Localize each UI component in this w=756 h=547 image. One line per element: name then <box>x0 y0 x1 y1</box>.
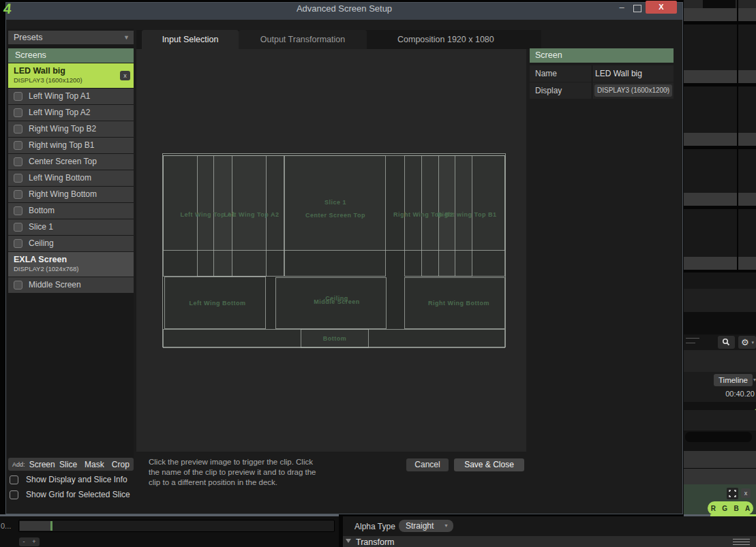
display-row: Display DISPLAY3 (1600x1200) ▼ <box>530 82 674 99</box>
option-label: Show Grid for Selected Slice <box>26 490 130 499</box>
slice-name-label: Left Wing Top A2 <box>224 211 279 218</box>
cancel-button[interactable]: Cancel <box>406 458 449 471</box>
slice-row[interactable]: Slice 1 <box>8 219 134 235</box>
clip-progress-track[interactable] <box>685 432 752 442</box>
deck-band <box>684 410 756 431</box>
slice-checkbox[interactable] <box>14 141 22 150</box>
app-root: ⚙ ▾ Timeline ▾ 00:40.20 x RGBA 4 Advance… <box>0 0 756 547</box>
clip-row-header <box>684 193 756 209</box>
clip-row-header <box>684 70 756 87</box>
slice-checkbox[interactable] <box>14 223 22 232</box>
instructions-text: Click the preview image to trigger the c… <box>149 457 324 488</box>
transform-section-header[interactable] <box>343 536 756 547</box>
add-crop-button[interactable]: Crop <box>108 460 134 469</box>
channel-g-toggle[interactable]: G <box>722 505 727 512</box>
slice-row-label: Middle Screen <box>29 277 81 293</box>
minimize-button[interactable]: – <box>616 2 628 14</box>
maximize-button[interactable] <box>633 5 641 12</box>
screen-display: DISPLAY3 (1600x1200) <box>14 76 82 84</box>
add-slice-button[interactable]: Slice <box>55 460 81 469</box>
divider <box>592 82 592 99</box>
search-button[interactable] <box>718 336 735 349</box>
clip-text-fragment <box>686 343 695 343</box>
screen-row[interactable]: LED Wall bigDISPLAY3 (1600x1200)x <box>8 63 134 88</box>
collapse-triangle-icon[interactable] <box>346 539 351 543</box>
slice-row-label: Center Screen Top <box>29 154 97 170</box>
slice-row[interactable]: Left Wing Top A2 <box>8 105 134 121</box>
option-label: Show Display and Slice Info <box>26 475 127 484</box>
clip-close-button[interactable]: x <box>741 488 751 498</box>
slice-checkbox[interactable] <box>14 239 22 248</box>
name-value[interactable]: LED Wall big <box>595 69 642 78</box>
screens-header: Screens <box>8 48 134 63</box>
slice-checkbox[interactable] <box>14 92 22 101</box>
clip-row-header <box>684 133 756 149</box>
slice-row[interactable]: Left Wing Bottom <box>8 170 134 186</box>
slice-row[interactable]: Ceiling <box>8 236 134 251</box>
slice-preview-canvas[interactable]: Left Wing Top A1Left Wing Top A2Slice 1C… <box>162 153 506 347</box>
add-toolbar: Add: ScreenSliceMaskCrop <box>8 458 134 471</box>
close-button[interactable]: X <box>646 1 677 14</box>
option-checkbox[interactable] <box>10 475 18 484</box>
screen-row[interactable]: EXLA ScreenDISPLAY2 (1024x768) <box>8 252 134 277</box>
deck-settings-button[interactable]: ⚙ ▾ <box>738 336 756 349</box>
add-screen-button[interactable]: Screen <box>29 460 55 469</box>
slice-checkbox[interactable] <box>14 108 22 117</box>
slice-checkbox[interactable] <box>14 190 22 199</box>
chevron-down-icon: ▼ <box>664 84 669 97</box>
clip-text-fragment <box>686 338 699 339</box>
menu-icon[interactable] <box>733 539 750 547</box>
slice-checkbox[interactable] <box>14 206 22 215</box>
slice-row[interactable]: Center Screen Top <box>8 154 134 170</box>
slice-row[interactable]: Left Wing Top A1 <box>8 89 134 104</box>
clip-grid-divider <box>737 0 738 272</box>
slice-checkbox[interactable] <box>14 157 22 166</box>
search-icon <box>718 336 735 349</box>
slice-row[interactable]: Middle Screen <box>8 277 134 293</box>
stepper-buttons[interactable]: - + <box>19 537 40 546</box>
chevron-down-icon: ▼ <box>444 520 449 532</box>
slider-handle[interactable] <box>50 521 52 531</box>
slice-checkbox[interactable] <box>14 125 22 134</box>
parameter-slider[interactable] <box>18 520 335 532</box>
presets-dropdown[interactable]: Presets ▼ <box>8 31 134 44</box>
slice-name-label: Center Screen Top <box>305 212 365 219</box>
add-mask-button[interactable]: Mask <box>81 460 107 469</box>
option-checkbox[interactable] <box>10 490 18 499</box>
slice-row-label: Right Wing Top B2 <box>29 121 96 137</box>
alpha-type-dropdown[interactable]: Straight ▼ <box>399 520 453 532</box>
display-value: DISPLAY3 (1600x1200) <box>597 87 669 94</box>
name-label: Name <box>535 69 557 78</box>
chevron-down-icon: ▾ <box>751 336 754 349</box>
slice-name-label: Left Wing Bottom <box>190 300 246 307</box>
timecode-display: 00:40.20 <box>684 390 755 398</box>
slice-checkbox[interactable] <box>14 174 22 183</box>
fullscreen-button[interactable] <box>727 488 738 499</box>
remove-screen-button[interactable]: x <box>120 71 130 80</box>
tab-input-selection[interactable]: Input Selection <box>142 30 239 49</box>
display-dropdown[interactable]: DISPLAY3 (1600x1200) ▼ <box>594 84 672 97</box>
alpha-type-label: Alpha Type <box>354 522 395 531</box>
plus-button[interactable]: + <box>32 537 35 546</box>
slice-row[interactable]: Right Wing Top B2 <box>8 121 134 137</box>
slice-checkbox[interactable] <box>14 281 22 290</box>
transform-label: Transform <box>356 537 395 547</box>
tab-output-transformation[interactable]: Output Transformation <box>239 30 367 49</box>
channel-a-toggle[interactable]: A <box>745 505 750 512</box>
channel-r-toggle[interactable]: R <box>711 505 716 512</box>
layer-row <box>684 469 756 484</box>
slice-row[interactable]: Bottom <box>8 203 134 219</box>
minus-button[interactable]: - <box>22 537 25 546</box>
slice-row-label: Left Wing Top A2 <box>29 105 91 121</box>
gear-icon: ⚙ <box>741 336 749 349</box>
channel-b-toggle[interactable]: B <box>734 505 738 512</box>
slice-row-label: Right Wing Bottom <box>29 187 97 202</box>
timeline-button[interactable]: Timeline <box>714 374 753 386</box>
add-label: Add: <box>12 461 25 468</box>
rgba-toggle-group[interactable]: RGBA <box>708 501 753 515</box>
screen-name: LED Wall big <box>14 66 65 76</box>
slice-row[interactable]: Right wing Top B1 <box>8 138 134 153</box>
slice-row-label: Right wing Top B1 <box>29 138 95 153</box>
slice-row[interactable]: Right Wing Bottom <box>8 187 134 202</box>
save-close-button[interactable]: Save & Close <box>454 458 524 471</box>
